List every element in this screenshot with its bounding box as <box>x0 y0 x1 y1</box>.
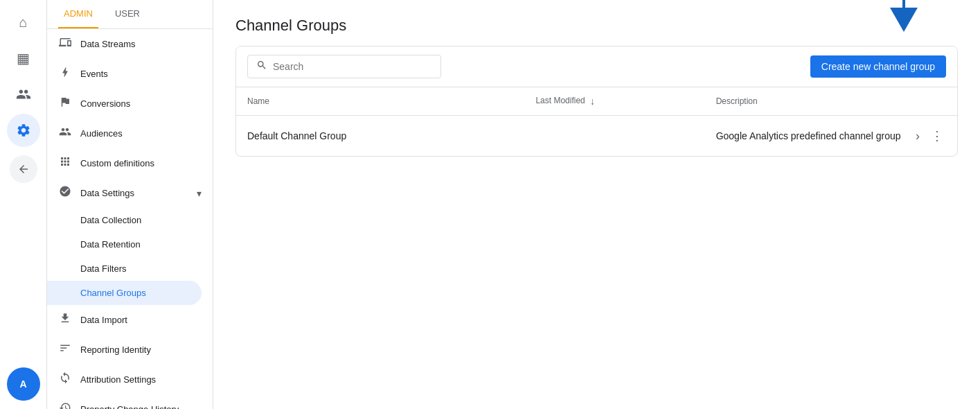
sidebar-item-property-change-history[interactable]: Property Change History <box>47 394 213 409</box>
row-description: Google Analytics predefined channel grou… <box>705 116 957 157</box>
sidebar-item-custom-definitions[interactable]: Custom definitions <box>47 148 213 178</box>
account-icon[interactable]: A <box>7 367 40 401</box>
content-area: Channel Groups Create new channel group <box>213 0 980 409</box>
icon-rail: ⌂ ▦ A <box>0 0 47 409</box>
expand-icon: ▾ <box>197 188 202 199</box>
row-navigate-button[interactable]: › <box>913 126 923 146</box>
column-name: Name <box>236 87 524 116</box>
sidebar-item-conversions-label: Conversions <box>80 98 130 109</box>
data-import-icon <box>58 312 72 328</box>
search-icon <box>256 60 267 73</box>
table-header-row: Name Last Modified ↓ Description <box>236 87 957 116</box>
admin-user-tabs: ADMIN USER <box>47 0 213 29</box>
attribution-settings-icon <box>58 372 72 388</box>
sidebar-item-channel-groups[interactable]: Channel Groups <box>47 281 202 305</box>
sidebar-item-data-collection[interactable]: Data Collection <box>47 208 213 232</box>
sidebar-item-events-label: Events <box>80 69 108 79</box>
sidebar-item-data-retention-label: Data Retention <box>80 239 141 250</box>
sidebar-item-data-import-label: Data Import <box>80 315 127 325</box>
sidebar-item-channel-groups-label: Channel Groups <box>80 288 146 298</box>
search-input[interactable] <box>273 61 432 72</box>
main-wrap: ADMIN USER Data Streams Events Conversio… <box>47 0 980 409</box>
sidebar-item-custom-definitions-label: Custom definitions <box>80 158 154 168</box>
property-change-history-icon <box>58 401 72 409</box>
conversions-icon <box>58 96 72 112</box>
sidebar-item-property-change-history-label: Property Change History <box>80 404 179 409</box>
row-name: Default Channel Group <box>236 116 524 157</box>
row-more-button[interactable]: ⋮ <box>928 125 946 146</box>
sort-arrow-icon: ↓ <box>590 96 595 107</box>
data-settings-icon <box>58 185 72 201</box>
sidebar-item-reporting-identity[interactable]: Reporting Identity <box>47 335 213 365</box>
back-button[interactable] <box>10 155 37 183</box>
sidebar-item-data-filters[interactable]: Data Filters <box>47 256 213 281</box>
events-icon <box>58 66 72 82</box>
home-icon[interactable]: ⌂ <box>7 6 40 39</box>
sidebar-item-data-retention[interactable]: Data Retention <box>47 232 213 256</box>
sidebar-item-data-import[interactable]: Data Import <box>47 305 213 335</box>
row-last-modified <box>524 116 704 157</box>
content-header: Channel Groups <box>213 0 980 46</box>
audiences-icon <box>58 125 72 141</box>
sidebar-item-audiences[interactable]: Audiences <box>47 119 213 148</box>
sidebar-item-data-filters-label: Data Filters <box>80 263 126 274</box>
sidebar-item-attribution-settings[interactable]: Attribution Settings <box>47 365 213 394</box>
sidebar-item-data-collection-label: Data Collection <box>80 215 141 225</box>
dashboard-icon[interactable]: ▦ <box>7 42 40 75</box>
sidebar-item-data-streams-label: Data Streams <box>80 39 135 49</box>
sidebar-item-attribution-settings-label: Attribution Settings <box>80 374 156 385</box>
tab-admin[interactable]: ADMIN <box>58 0 98 28</box>
reporting-identity-icon <box>58 342 72 358</box>
sidebar-item-data-settings[interactable]: Data Settings ▾ <box>47 178 213 208</box>
people-icon[interactable] <box>7 78 40 111</box>
tab-user[interactable]: USER <box>109 0 145 28</box>
column-description: Description <box>705 87 957 116</box>
page-title: Channel Groups <box>235 17 958 35</box>
row-actions: › ⋮ <box>913 125 946 146</box>
settings-icon[interactable] <box>7 114 40 147</box>
custom-definitions-icon <box>58 155 72 171</box>
table-container: Create new channel group Name Last Modif… <box>235 46 958 157</box>
data-streams-icon <box>58 36 72 52</box>
sidebar-item-audiences-label: Audiences <box>80 128 123 139</box>
sidebar-item-conversions[interactable]: Conversions <box>47 89 213 119</box>
sidebar-item-data-settings-label: Data Settings <box>80 188 134 198</box>
sidebar: ADMIN USER Data Streams Events Conversio… <box>47 0 213 409</box>
sidebar-item-events[interactable]: Events <box>47 59 213 89</box>
table-body: Default Channel Group Google Analytics p… <box>236 116 957 157</box>
search-box <box>247 55 441 78</box>
column-last-modified[interactable]: Last Modified ↓ <box>524 87 704 116</box>
table-row: Default Channel Group Google Analytics p… <box>236 116 957 157</box>
channel-groups-table: Name Last Modified ↓ Description Default… <box>236 87 957 156</box>
sidebar-item-data-streams[interactable]: Data Streams <box>47 29 213 59</box>
table-toolbar: Create new channel group <box>236 46 957 87</box>
create-new-channel-group-button[interactable]: Create new channel group <box>810 55 946 78</box>
sidebar-item-reporting-identity-label: Reporting Identity <box>80 345 151 355</box>
row-description-text: Google Analytics predefined channel grou… <box>716 130 901 141</box>
